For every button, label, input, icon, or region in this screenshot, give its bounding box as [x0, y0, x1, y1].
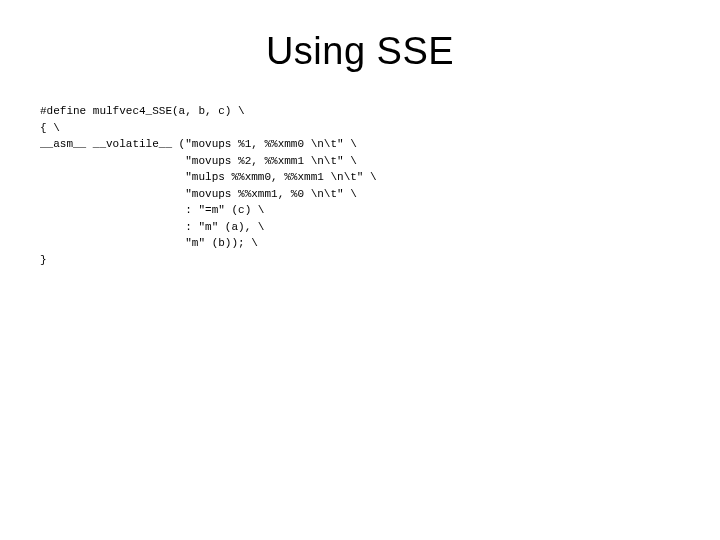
slide: Using SSE #define mulfvec4_SSE(a, b, c) … — [0, 0, 720, 540]
code-block: #define mulfvec4_SSE(a, b, c) \ { \ __as… — [40, 103, 680, 268]
slide-title: Using SSE — [40, 30, 680, 73]
